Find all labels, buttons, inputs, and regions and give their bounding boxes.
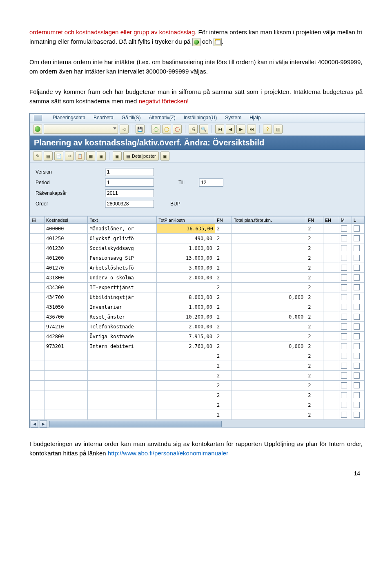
cell-forb[interactable] bbox=[232, 302, 306, 312]
row-selector[interactable] bbox=[30, 243, 45, 253]
cell-kost[interactable] bbox=[45, 371, 88, 381]
cell-plan[interactable] bbox=[157, 390, 215, 400]
cell-fn1[interactable]: 2 bbox=[215, 400, 232, 410]
hscroll[interactable]: ◀ ▶ bbox=[30, 420, 365, 428]
row-selector[interactable] bbox=[30, 332, 45, 341]
checkbox-icon[interactable] bbox=[341, 284, 347, 290]
row-selector[interactable] bbox=[30, 263, 45, 273]
detail-icon[interactable]: ▤ bbox=[44, 152, 53, 161]
cell-l[interactable] bbox=[352, 381, 364, 390]
cell-fn2[interactable]: 2 bbox=[306, 312, 323, 322]
cell-kost[interactable] bbox=[45, 400, 88, 410]
cell-text[interactable]: Resetjänster bbox=[88, 312, 157, 322]
cell-text[interactable]: Pensionsavg StP bbox=[88, 253, 157, 263]
cell-kost[interactable] bbox=[45, 351, 88, 361]
checkbox-icon[interactable] bbox=[354, 333, 360, 339]
period-to-input[interactable]: 12 bbox=[199, 178, 223, 187]
cell-plan[interactable] bbox=[157, 371, 215, 381]
cell-l[interactable] bbox=[352, 400, 364, 410]
cell-eh[interactable] bbox=[323, 341, 339, 351]
cell-text[interactable] bbox=[88, 351, 157, 361]
cell-text[interactable]: Underv o skolma bbox=[88, 273, 157, 283]
order-input[interactable]: 28000328 bbox=[105, 200, 154, 208]
copy-icon[interactable]: 📄 bbox=[54, 152, 63, 161]
checkbox-icon[interactable] bbox=[341, 304, 347, 310]
cell-text[interactable] bbox=[88, 381, 157, 390]
cell-l[interactable] bbox=[352, 292, 364, 302]
cell-l[interactable] bbox=[352, 273, 364, 283]
checkbox-icon[interactable] bbox=[354, 412, 360, 418]
cell-m[interactable] bbox=[339, 351, 352, 361]
cell-plan[interactable]: 8.000,00 bbox=[157, 292, 215, 302]
cell-plan[interactable]: 2.000,00 bbox=[157, 322, 215, 332]
row-selector[interactable] bbox=[30, 253, 45, 263]
col-l[interactable]: L bbox=[352, 216, 364, 224]
cell-m[interactable] bbox=[339, 332, 352, 341]
cell-plan[interactable] bbox=[157, 351, 215, 361]
cell-m[interactable] bbox=[339, 371, 352, 381]
checkbox-icon[interactable] bbox=[354, 274, 360, 281]
cell-plan[interactable]: 2.760,00 bbox=[157, 341, 215, 351]
cell-m[interactable] bbox=[339, 263, 352, 273]
row-selector[interactable] bbox=[30, 234, 45, 243]
hscroll-left-icon[interactable]: ◀ bbox=[31, 420, 38, 428]
col-fn2[interactable]: FN bbox=[306, 216, 323, 224]
row-selector[interactable] bbox=[30, 351, 45, 361]
cell-fn2[interactable]: 2 bbox=[306, 224, 323, 234]
cell-forb[interactable] bbox=[232, 243, 306, 253]
cell-forb[interactable] bbox=[232, 410, 306, 420]
hscroll-thumb[interactable] bbox=[49, 421, 222, 427]
menu-0[interactable]: Planeringsdata bbox=[53, 115, 85, 121]
cell-text[interactable] bbox=[88, 371, 157, 381]
cell-fn1[interactable]: 2 bbox=[215, 253, 232, 263]
menu-4[interactable]: Inställningar(U) bbox=[184, 115, 217, 121]
cell-eh[interactable] bbox=[323, 390, 339, 400]
overview-icon[interactable]: ▦ bbox=[86, 152, 95, 161]
cell-m[interactable] bbox=[339, 302, 352, 312]
cell-m[interactable] bbox=[339, 390, 352, 400]
version-input[interactable]: 1 bbox=[105, 168, 154, 176]
cell-kost[interactable]: 442800 bbox=[45, 332, 88, 341]
cell-forb[interactable] bbox=[232, 234, 306, 243]
checkbox-icon[interactable] bbox=[341, 363, 347, 369]
cell-fn2[interactable]: 2 bbox=[306, 292, 323, 302]
checkbox-icon[interactable] bbox=[354, 265, 360, 271]
checkbox-icon[interactable] bbox=[341, 323, 347, 330]
row-selector[interactable] bbox=[30, 312, 45, 322]
cut-icon[interactable]: ✂ bbox=[65, 152, 74, 161]
cell-m[interactable] bbox=[339, 410, 352, 420]
cell-fn1[interactable]: 2 bbox=[215, 283, 232, 292]
layout-icon[interactable]: ▥ bbox=[274, 125, 283, 134]
cell-plan[interactable] bbox=[157, 381, 215, 390]
cell-eh[interactable] bbox=[323, 234, 339, 243]
cell-l[interactable] bbox=[352, 341, 364, 351]
cell-l[interactable] bbox=[352, 224, 364, 234]
checkbox-icon[interactable] bbox=[354, 294, 360, 300]
cell-kost[interactable]: 401230 bbox=[45, 243, 88, 253]
checkbox-icon[interactable] bbox=[341, 245, 347, 251]
cell-forb[interactable] bbox=[232, 351, 306, 361]
cell-fn2[interactable]: 2 bbox=[306, 322, 323, 332]
menu-2[interactable]: Gå till(S) bbox=[122, 115, 141, 121]
cell-text[interactable]: IT-experttjänst bbox=[88, 283, 157, 292]
cell-kost[interactable]: 400000 bbox=[45, 224, 88, 234]
cell-fn2[interactable]: 2 bbox=[306, 253, 323, 263]
menu-3[interactable]: Alternativ(Z) bbox=[149, 115, 175, 121]
cell-eh[interactable] bbox=[323, 322, 339, 332]
checkbox-icon[interactable] bbox=[354, 314, 360, 320]
col-totforbrukn[interactable]: Total plan.förbrukn. bbox=[232, 216, 306, 224]
cell-kost[interactable]: 401270 bbox=[45, 263, 88, 273]
cell-forb[interactable] bbox=[232, 332, 306, 341]
cell-fn2[interactable]: 2 bbox=[306, 283, 323, 292]
paste-icon[interactable]: 📋 bbox=[76, 152, 85, 161]
cell-m[interactable] bbox=[339, 234, 352, 243]
cell-plan[interactable]: 1.000,00 bbox=[157, 302, 215, 312]
cell-fn1[interactable]: 2 bbox=[215, 243, 232, 253]
cell-fn1[interactable]: 2 bbox=[215, 381, 232, 390]
row-selector[interactable] bbox=[30, 400, 45, 410]
cell-forb[interactable]: 0,000 bbox=[232, 292, 306, 302]
cell-kost[interactable]: 431800 bbox=[45, 273, 88, 283]
cell-eh[interactable] bbox=[323, 351, 339, 361]
expand-icon[interactable]: ▣ bbox=[113, 152, 122, 161]
col-eh[interactable]: EH bbox=[323, 216, 339, 224]
